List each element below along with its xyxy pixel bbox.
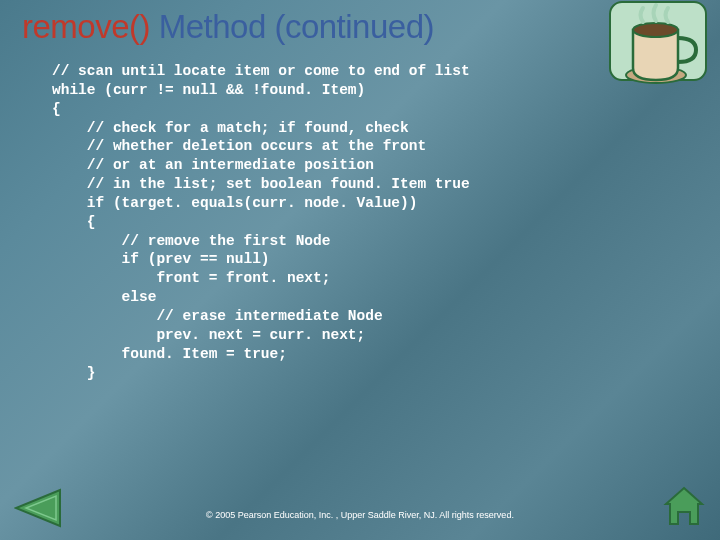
coffee-cup-icon	[608, 0, 708, 95]
prev-slide-button[interactable]	[14, 488, 62, 532]
copyright-text: © 2005 Pearson Education, Inc. , Upper S…	[0, 510, 720, 520]
title-part1: remove()	[22, 8, 159, 45]
svg-point-2	[633, 23, 678, 37]
slide-title: remove() Method (continued)	[22, 8, 434, 46]
code-block: // scan until locate item or come to end…	[52, 62, 470, 382]
home-button[interactable]	[662, 486, 706, 532]
title-part2: Method (continued)	[159, 8, 434, 45]
